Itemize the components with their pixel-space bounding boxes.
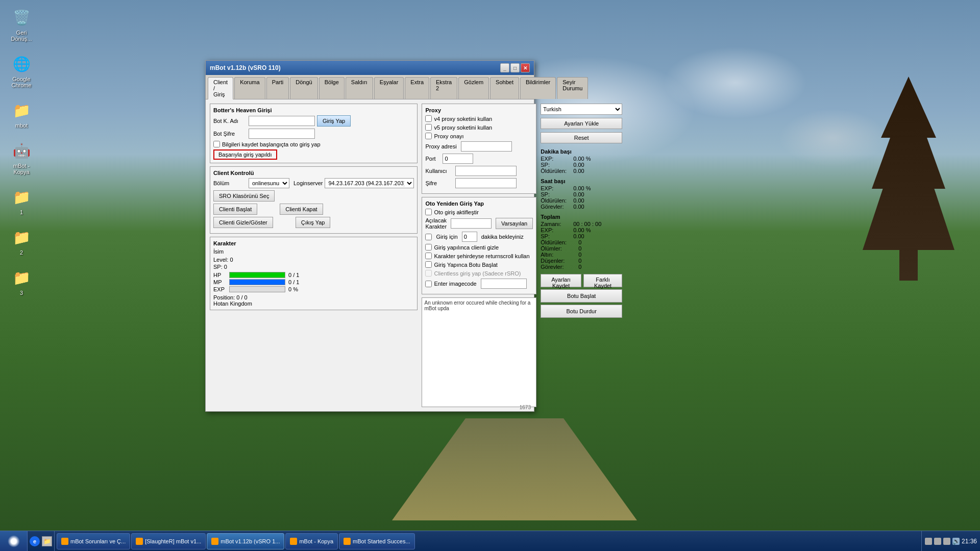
ie-icon[interactable]: e: [30, 536, 40, 546]
port-input[interactable]: [443, 154, 473, 164]
returnscroll-row: Karakter şehirdeyse returnscroll kullan: [425, 253, 533, 259]
toplam-zaman-value: 00 : 00 : 00: [573, 221, 601, 227]
window-controls: _ □ ✕: [500, 63, 530, 72]
level-row: Level: 0: [213, 257, 414, 263]
port-label: Port: [425, 156, 440, 162]
start-button[interactable]: [0, 531, 28, 552]
giris-icin-checkbox[interactable]: [425, 234, 432, 240]
ayarlari-kaydet-button[interactable]: Ayarları Kaydet: [541, 274, 581, 287]
language-select[interactable]: Turkish English German: [541, 104, 622, 115]
tab-client-giris[interactable]: Client / Giriş: [208, 77, 233, 99]
cikis-yap-button[interactable]: Çıkış Yap: [296, 217, 331, 228]
left-column: Botter's Heaven Girişi Bot K. Adı Giriş …: [210, 104, 418, 407]
hotan-label: Hotan Kingdom: [213, 300, 414, 307]
acilacak-karakter-input[interactable]: [451, 218, 492, 229]
desktop-icon-folder3[interactable]: 📁 3: [5, 265, 38, 298]
loginserver-select[interactable]: 94.23.167.203 (94.23.167.203): [325, 178, 414, 188]
varsayilan-button[interactable]: Varsayılan: [496, 218, 533, 229]
giris-icin-input[interactable]: [462, 232, 477, 242]
close-button[interactable]: ✕: [521, 63, 530, 72]
notify-icon-volume[interactable]: 🔊: [952, 538, 960, 545]
bot-sifre-row: Bot Şifre: [213, 129, 414, 139]
kullanici-input[interactable]: [455, 166, 517, 176]
proxy-sifre-input[interactable]: [455, 178, 517, 188]
tab-saldiri[interactable]: Saldırı: [346, 77, 373, 99]
bolum-select[interactable]: onlinesunu: [249, 178, 289, 188]
saat-basi-title: Saat başı: [541, 178, 622, 184]
client-kapat-button[interactable]: Clienti Kapat: [280, 204, 323, 215]
v4-proxy-checkbox[interactable]: [425, 115, 432, 122]
saat-exp-label: EXP:: [541, 185, 571, 191]
desktop-icon-mbot[interactable]: 📁 mbot: [5, 98, 38, 131]
tab-bildirimler[interactable]: Bildirimler: [520, 77, 556, 99]
tab-ekstra2[interactable]: Ekstra 2: [430, 77, 457, 99]
level-label: Level: 0: [213, 257, 233, 263]
oto-giris-title: Oto Yeniden Giriş Yap: [425, 201, 533, 207]
recycle-bin-icon: 🗑️: [11, 7, 32, 28]
client-gizle-button[interactable]: Clienti Gizle/Göster: [213, 217, 273, 228]
taskbar-item-mbot-kopya[interactable]: mBot - Kopya: [285, 533, 338, 549]
taskbar-item-mbot-vsro[interactable]: mBot v1.12b (vSRO 1...: [207, 533, 284, 549]
tab-dongu[interactable]: Döngü: [290, 77, 317, 99]
tab-esyalar[interactable]: Eşyalar: [374, 77, 404, 99]
desktop-icon-folder2[interactable]: 📁 2: [5, 225, 38, 258]
taskbar-item-slaughter[interactable]: [SlaughteR] mBot v1...: [131, 533, 206, 549]
maximize-button[interactable]: □: [510, 63, 520, 72]
bilgileri-kaydet-label: Bilgileri kaydet başlangıçta oto giriş y…: [222, 141, 321, 147]
hp-bar-fill: [230, 272, 285, 278]
explorer-icon[interactable]: 📁: [42, 536, 52, 546]
bilgileri-kaydet-checkbox[interactable]: [213, 141, 220, 147]
giris-yap-button[interactable]: Giriş Yap: [317, 115, 351, 127]
tab-extra[interactable]: Extra: [405, 77, 429, 99]
enter-imagecode-input[interactable]: [481, 279, 527, 289]
bolum-label: Bölüm: [213, 180, 247, 186]
log-area[interactable]: An unknown error occured while checking …: [422, 297, 536, 407]
bot-kadi-input[interactable]: [249, 116, 315, 126]
dakika-sp-value: 0.00: [573, 162, 584, 168]
client-baslat-button[interactable]: Clienti Başlat: [213, 204, 257, 215]
farkli-kaydet-button[interactable]: Farklı Kaydet: [583, 274, 622, 287]
giris-yapilinca-checkbox[interactable]: [425, 244, 432, 251]
v5-proxy-checkbox[interactable]: [425, 124, 432, 131]
tab-parti[interactable]: Parti: [266, 77, 289, 99]
returnscroll-label: Karakter şehirdeyse returnscroll kullan: [434, 253, 529, 259]
oto-giris-aktif-checkbox[interactable]: [425, 209, 432, 215]
tab-sohbet[interactable]: Sohbet: [490, 77, 519, 99]
tab-seyir-durumu[interactable]: Seyir Durumu: [557, 77, 588, 99]
karakter-section: Karakter İsim Level: 0 SP: 0 HP: [210, 237, 418, 310]
desktop-icon-chrome[interactable]: 🌐 Google Chrome: [5, 52, 38, 90]
reset-button[interactable]: Reset: [541, 132, 622, 143]
chrome-label: Google Chrome: [7, 76, 36, 88]
desktop-icon-folder1[interactable]: 📁 1: [5, 185, 38, 217]
enter-imagecode-checkbox[interactable]: [425, 281, 432, 287]
desktop-icon-mbot-kopya[interactable]: 🤖 mBot - Kopya: [5, 138, 38, 177]
sro-klasoru-sec-button[interactable]: SRO Klasörünü Seç: [213, 190, 275, 202]
desktop-icon-recycle[interactable]: 🗑️ Geri Dönüş...: [5, 5, 38, 44]
toplam-exp-value: 0.00 %: [573, 227, 591, 233]
ayarlari-yukle-button[interactable]: Ayarları Yükle: [541, 118, 622, 129]
chrome-icon: 🌐: [11, 54, 32, 74]
taskbar-item-mbot-started[interactable]: mBot Started Succes...: [339, 533, 415, 549]
tab-bolge[interactable]: Bölge: [319, 77, 345, 99]
giris-yapinca-bot-checkbox[interactable]: [425, 261, 432, 268]
minimize-button[interactable]: _: [500, 63, 509, 72]
tab-gozlem[interactable]: Gözlem: [458, 77, 489, 99]
botu-baslat-button[interactable]: Botu Başlat: [541, 289, 622, 303]
clientless-label: Clientless giriş yap (Sadece rSRO): [434, 270, 521, 277]
position-row: Position: 0 / 0 Hotan Kingdom: [213, 294, 414, 307]
proxy-adresi-input[interactable]: [461, 141, 512, 152]
folder2-label: 2: [20, 249, 23, 256]
dakika-exp-value: 0.00 %: [573, 156, 591, 162]
stats-panel: Dakika başı EXP: 0.00 % SP: 0.00 Öldürül…: [541, 148, 622, 270]
taskbar-item-mbot-sorunlari[interactable]: mBot Sorunları ve Ç...: [57, 533, 130, 549]
toplam-title: Toplam: [541, 214, 622, 220]
exp-label: EXP: [213, 286, 226, 292]
clientless-checkbox[interactable]: [425, 270, 432, 277]
port-row: Port: [425, 154, 533, 164]
bolum-loginserver-row: Bölüm onlinesunu Loginserver 94.23.167.2…: [213, 178, 414, 188]
returnscroll-checkbox[interactable]: [425, 253, 432, 259]
botu-durdur-button[interactable]: Botu Durdur: [541, 305, 622, 318]
bot-sifre-input[interactable]: [249, 129, 315, 139]
tab-koruma[interactable]: Koruma: [234, 77, 265, 99]
proxy-onay-checkbox[interactable]: [425, 133, 432, 139]
